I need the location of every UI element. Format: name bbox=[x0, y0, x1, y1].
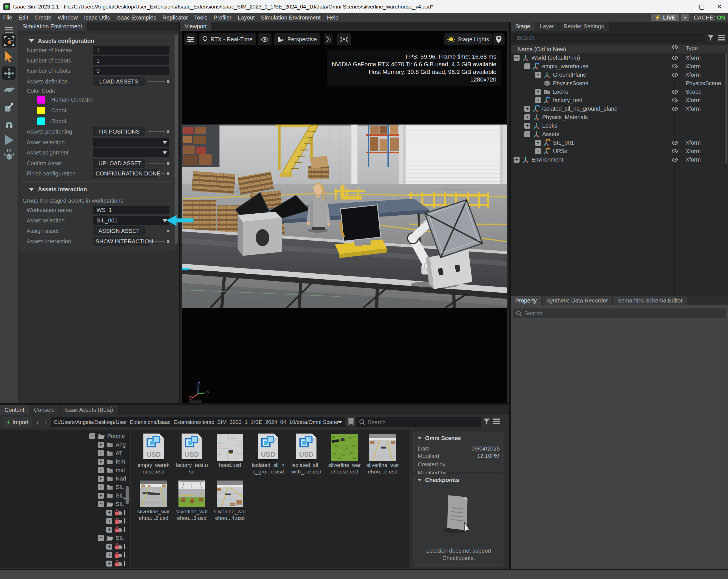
asset-asignment-dropdown[interactable] bbox=[93, 148, 170, 157]
file-silverline-warehouse-usd[interactable]: silverline_warehouse.usd bbox=[328, 432, 361, 475]
visibility-toggle[interactable] bbox=[664, 107, 685, 111]
expand-toggle[interactable]: + bbox=[98, 484, 104, 490]
camera-button[interactable]: Perspective bbox=[274, 33, 320, 45]
tab-render-settings[interactable]: Render Settings bbox=[559, 22, 608, 31]
expand-toggle[interactable]: + bbox=[535, 89, 541, 95]
section-header[interactable]: Assets configuration bbox=[29, 37, 94, 44]
expand-toggle[interactable]: + bbox=[106, 510, 112, 515]
stage-row-sil-001[interactable]: + SIL_001 Xform bbox=[511, 139, 728, 147]
tab-simulation-environment[interactable]: Simulation Environment bbox=[18, 22, 86, 31]
collapse-toggle[interactable]: − bbox=[98, 501, 104, 507]
expand-toggle[interactable]: + bbox=[524, 114, 530, 120]
reset-slider[interactable] bbox=[161, 172, 170, 175]
menu-window[interactable]: Window bbox=[55, 13, 81, 22]
expand-toggle[interactable]: + bbox=[106, 552, 112, 558]
expand-toggle[interactable]: + bbox=[98, 493, 104, 499]
cursor-icon[interactable] bbox=[2, 50, 16, 64]
expand-toggle[interactable]: + bbox=[524, 106, 530, 112]
menu-profiler[interactable]: Profiler bbox=[210, 13, 234, 22]
visibility-toggle[interactable] bbox=[664, 98, 685, 102]
folder-row-sil[interactable]: −SIL_ bbox=[98, 500, 127, 508]
expand-toggle[interactable]: + bbox=[524, 123, 530, 129]
renderer-button[interactable]: RTX - Real-Time bbox=[199, 33, 256, 45]
axis-gizmo[interactable]: Z Y X bbox=[189, 382, 209, 401]
folder-row-at[interactable]: +AT bbox=[98, 449, 123, 457]
stage-lights-button[interactable]: Stage Lights bbox=[444, 33, 492, 45]
forward-icon[interactable]: › bbox=[43, 418, 49, 427]
menu-simulation-environment[interactable]: Simulation Environment bbox=[258, 13, 323, 22]
fix-positions-button[interactable]: FIX POSITIONS bbox=[93, 127, 145, 136]
collapse-toggle[interactable]: − bbox=[524, 131, 530, 137]
settings-sliders-icon[interactable] bbox=[184, 33, 197, 45]
menu-help[interactable]: Help bbox=[324, 13, 342, 22]
file-factory-test-usd[interactable]: USD factory_test.usd bbox=[175, 432, 208, 475]
collapse-toggle[interactable]: − bbox=[98, 535, 104, 541]
stage-row-groundplane[interactable]: + GroundPlane Xform bbox=[511, 71, 728, 79]
folder-row-sil[interactable]: −SIL_ bbox=[98, 534, 127, 542]
snap-icon[interactable] bbox=[2, 118, 16, 131]
list-options-icon[interactable] bbox=[493, 419, 500, 426]
expand-toggle[interactable]: + bbox=[98, 450, 104, 456]
folder-row-locked[interactable]: − bbox=[98, 568, 117, 568]
path-bar[interactable]: C:/Users/Angela/Desktop/User_Extensions/… bbox=[51, 417, 345, 427]
live-button[interactable]: ⚡ LIVE bbox=[651, 14, 679, 21]
rotate-icon[interactable] bbox=[2, 83, 16, 96]
folder-row-sil[interactable]: +SIL_ bbox=[98, 483, 127, 491]
section-header[interactable]: Checkpoints bbox=[414, 474, 504, 486]
stage-row-physicsscene[interactable]: PhysicsScene PhysicsScene bbox=[511, 79, 728, 87]
expand-toggle[interactable]: + bbox=[98, 467, 104, 473]
file-silverline-warehou-4-usd[interactable]: silverline_warehou...4.usd bbox=[213, 479, 246, 521]
scrollbar[interactable] bbox=[725, 53, 727, 164]
tab-viewport[interactable]: Viewport bbox=[180, 22, 211, 31]
tab-synthetic-data-recorder[interactable]: Synthetic Data Recorder bbox=[542, 296, 613, 305]
visibility-toggle[interactable] bbox=[664, 73, 685, 77]
menu-create[interactable]: Create bbox=[31, 13, 55, 22]
close-button[interactable]: ✕ bbox=[710, 0, 728, 13]
scrollbar[interactable] bbox=[175, 34, 178, 244]
reset-slider[interactable] bbox=[148, 80, 170, 83]
menu-isaac-examples[interactable]: Isaac Examples bbox=[113, 13, 159, 22]
tab-console[interactable]: Console bbox=[29, 405, 59, 414]
tab-stage[interactable]: Stage bbox=[511, 22, 535, 31]
tab-semantics-schema-editor[interactable]: Semantics Schema Editor bbox=[613, 296, 687, 305]
collapse-toggle[interactable]: − bbox=[514, 55, 520, 61]
import-button[interactable]: +Import bbox=[2, 417, 32, 427]
location-pin-icon[interactable] bbox=[493, 33, 504, 45]
visibility-toggle[interactable] bbox=[664, 64, 685, 69]
reset-slider[interactable] bbox=[148, 130, 170, 133]
folder-row-sil[interactable]: +SIL_ bbox=[98, 491, 127, 500]
maximize-button[interactable]: ▢ bbox=[693, 0, 710, 13]
number-of-robots-input[interactable]: 0 bbox=[93, 67, 170, 75]
content-search-input[interactable] bbox=[356, 417, 481, 427]
load-assets-button[interactable]: LOAD ASSETS bbox=[93, 77, 145, 86]
file-empty-warehouse-usd[interactable]: USD empty_warehouse.usd bbox=[137, 432, 170, 475]
eye-icon[interactable] bbox=[258, 33, 271, 45]
physics-icon[interactable] bbox=[2, 148, 16, 161]
file-silverline-warehou-e-usd[interactable]: silverline_warehou...e.usd bbox=[366, 432, 399, 475]
reset-slider[interactable] bbox=[153, 240, 170, 243]
play-icon[interactable] bbox=[2, 133, 16, 147]
visibility-toggle[interactable] bbox=[664, 90, 685, 94]
visibility-toggle[interactable] bbox=[664, 149, 685, 153]
workstation-name-input[interactable]: WS_1 bbox=[93, 206, 170, 214]
signal-icon[interactable] bbox=[337, 33, 351, 45]
move-icon[interactable] bbox=[2, 67, 16, 80]
show-interaction-button[interactable]: SHOW INTERACTION bbox=[93, 237, 150, 246]
bookmark-icon[interactable] bbox=[348, 418, 354, 427]
stage-row-factory-test[interactable]: + factory_test Xform bbox=[511, 96, 728, 104]
stage-row-ur5e[interactable]: + UR5e Xform bbox=[511, 147, 728, 155]
file-hood-usd[interactable]: hood.usd bbox=[213, 432, 246, 475]
expand-toggle[interactable]: + bbox=[106, 527, 112, 533]
stage-row-looks[interactable]: + Looks Scope bbox=[511, 87, 728, 96]
list-options-icon[interactable] bbox=[718, 35, 725, 42]
stage-row-looks[interactable]: + Looks bbox=[511, 121, 728, 130]
configuration-done-button[interactable]: CONFIGURATION DONE bbox=[93, 169, 158, 178]
reset-slider[interactable] bbox=[148, 162, 170, 165]
expand-toggle[interactable]: + bbox=[98, 476, 104, 482]
file-silverline-warehou-2-usd[interactable]: silverline_warehou...2.usd bbox=[137, 479, 170, 521]
upload-asset-button[interactable]: UPLOAD ASSET bbox=[93, 159, 145, 168]
tab-content[interactable]: Content bbox=[0, 405, 29, 414]
expand-toggle[interactable]: + bbox=[535, 140, 541, 146]
folder-row-locked[interactable]: + bbox=[106, 525, 125, 534]
menu-layout[interactable]: Layout bbox=[234, 13, 258, 22]
